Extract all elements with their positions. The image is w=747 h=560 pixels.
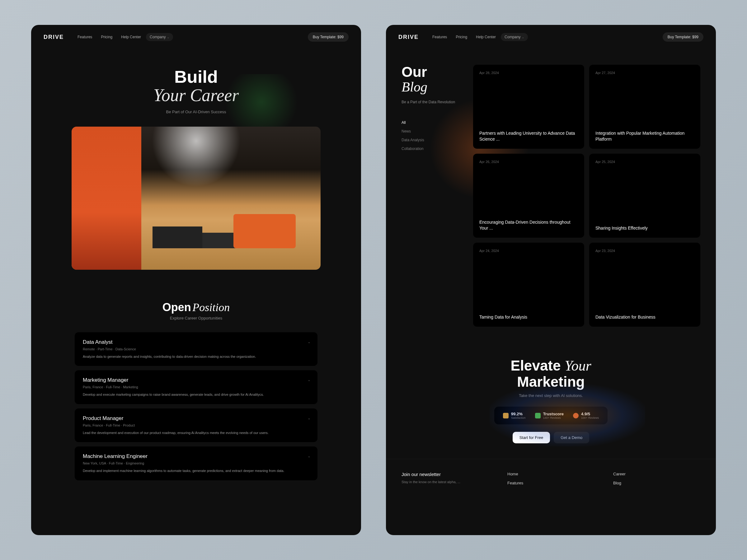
positions-heading-bold: Open [162, 301, 191, 314]
footer-link-career[interactable]: Career [613, 472, 700, 476]
hero-subtitle: Be Part of Our AI-Driven Success [44, 109, 349, 114]
footer-col-2: CareerBlog [613, 472, 700, 485]
card-title: Encouraging Data-Driven Decisions throug… [479, 219, 578, 232]
buy-template-button[interactable]: Buy Template: $99 [308, 32, 349, 42]
job-card[interactable]: Product Manager Paris, FranceFull-TimePr… [75, 408, 317, 443]
filter-all[interactable]: All [402, 121, 464, 125]
badge-value: 99.2% [511, 411, 526, 416]
filter-collaboration[interactable]: Collaboration [402, 146, 464, 151]
nav-links: Features Pricing Help Center Company⌄ [429, 33, 528, 41]
blog-page: DRIVE Features Pricing Help Center Compa… [386, 25, 716, 535]
brand-logo[interactable]: DRIVE [398, 34, 419, 41]
badge-icon [535, 413, 541, 419]
positions-sub: Explore Career Opportunities [31, 316, 361, 320]
card-title: Integration with Popular Marketing Autom… [595, 130, 694, 142]
nav-pricing[interactable]: Pricing [452, 33, 471, 41]
job-card[interactable]: Marketing Manager Paris, FranceFull-Time… [75, 370, 317, 404]
start-free-button[interactable]: Start for Free [513, 432, 550, 443]
nav-help[interactable]: Help Center [117, 33, 145, 41]
footer-link-features[interactable]: Features [507, 481, 594, 485]
top-nav: DRIVE Features Pricing Help Center Compa… [386, 25, 716, 49]
job-desc: Analyze data to generate reports and ins… [83, 354, 309, 359]
job-title: Product Manager [83, 415, 309, 422]
chevron-down-icon: ⌄ [308, 378, 311, 382]
footer-newsletter: Join our newsletter Stay in the know on … [402, 472, 489, 485]
cta-buttons: Start for Free Get a Demo [398, 432, 703, 443]
nav-links: Features Pricing Help Center Company⌄ [74, 33, 173, 41]
job-title: Machine Learning Engineer [83, 453, 309, 459]
blog-card[interactable]: Apr 26, 2024 Encouraging Data-Driven Dec… [473, 154, 584, 238]
blog-heading-1: Our [402, 65, 464, 79]
filter-data-analysis[interactable]: Data Analysis [402, 138, 464, 142]
job-desc: Develop and execute marketing campaigns … [83, 392, 309, 397]
cta-sub: Take the next step with AI solutions. [398, 393, 703, 398]
badge-icon [503, 413, 509, 419]
nav-pricing[interactable]: Pricing [97, 33, 116, 41]
badge-value: Trustscore [543, 411, 564, 416]
hero-title-2: Your Career [44, 86, 349, 105]
footer: Join our newsletter Stay in the know on … [386, 459, 716, 498]
job-desc: Lead the development and execution of ou… [83, 430, 309, 435]
card-title: Sharing Insights Effectively [595, 225, 694, 232]
blog-filters: AllNewsData AnalysisCollaboration [402, 121, 464, 151]
card-date: Apr 25, 2024 [595, 160, 694, 164]
hero-title-1: Build [44, 68, 349, 86]
newsletter-sub: Stay in the know on the latest alpha, ..… [402, 480, 489, 484]
card-title: Taming Data for Analysis [479, 314, 578, 320]
chevron-down-icon: ⌄ [167, 35, 169, 39]
jobs-list: Data Analyst RemotePart-TimeData-Science… [31, 323, 361, 499]
hero-section: Build Your Career Be Part of Our AI-Driv… [31, 49, 361, 279]
blog-card[interactable]: Apr 28, 2024 Partners with Leading Unive… [473, 65, 584, 149]
chevron-down-icon: ⌄ [308, 454, 311, 458]
job-title: Marketing Manager [83, 377, 309, 383]
blog-section: Our Blog Be a Part of the Data Revolutio… [386, 49, 716, 339]
badge-value: 4.9/5 [581, 411, 599, 416]
card-date: Apr 27, 2024 [595, 71, 694, 75]
trust-badge: 99.2% Satisfaction [503, 411, 526, 419]
job-title: Data Analyst [83, 339, 309, 345]
footer-link-home[interactable]: Home [507, 472, 594, 476]
footer-col-1: HomeFeatures [507, 472, 594, 485]
positions-heading: Open Position Explore Career Opportuniti… [31, 279, 361, 323]
job-desc: Develop and implement machine learning a… [83, 468, 309, 474]
card-date: Apr 24, 2024 [479, 249, 578, 252]
card-date: Apr 23, 2024 [595, 249, 694, 252]
job-meta: Paris, FranceFull-TimeProduct [83, 423, 309, 427]
blog-card[interactable]: Apr 25, 2024 Sharing Insights Effectivel… [589, 154, 700, 238]
get-demo-button[interactable]: Get a Demo [554, 432, 589, 443]
buy-template-button[interactable]: Buy Template: $99 [663, 32, 703, 42]
job-card[interactable]: Data Analyst RemotePart-TimeData-Science… [75, 332, 317, 366]
top-nav: DRIVE Features Pricing Help Center Compa… [31, 25, 361, 49]
cta-heading: Elevate Your Marketing [398, 358, 703, 390]
job-meta: New York, USAFull-TimeEngineering [83, 461, 309, 465]
careers-page: DRIVE Features Pricing Help Center Compa… [31, 25, 361, 535]
badge-icon [573, 413, 578, 419]
filter-news[interactable]: News [402, 129, 464, 133]
blog-card[interactable]: Apr 24, 2024 Taming Data for Analysis [473, 243, 584, 327]
job-meta: RemotePart-TimeData-Science [83, 347, 309, 351]
chevron-down-icon: ⌄ [308, 416, 311, 420]
badge-label: Satisfaction [511, 416, 526, 419]
blog-sidebar: Our Blog Be a Part of the Data Revolutio… [402, 65, 464, 327]
nav-company[interactable]: Company⌄ [501, 33, 528, 41]
blog-card[interactable]: Apr 27, 2024 Integration with Popular Ma… [589, 65, 700, 149]
card-title: Data Vizualization for Business [595, 314, 694, 320]
nav-features[interactable]: Features [429, 33, 451, 41]
blog-grid: Apr 28, 2024 Partners with Leading Unive… [473, 65, 700, 327]
nav-company[interactable]: Company⌄ [146, 33, 173, 41]
brand-logo[interactable]: DRIVE [44, 34, 64, 41]
chevron-down-icon: ⌄ [522, 35, 524, 39]
job-card[interactable]: Machine Learning Engineer New York, USAF… [75, 447, 317, 480]
trust-badges: 99.2% Satisfaction Trustscore 140+ Revie… [494, 407, 608, 424]
badge-label: 100+ Reviews [581, 416, 599, 419]
nav-features[interactable]: Features [74, 33, 96, 41]
blog-card[interactable]: Apr 23, 2024 Data Vizualization for Busi… [589, 243, 700, 327]
job-meta: Paris, FranceFull-TimeMarketing [83, 385, 309, 389]
footer-link-blog[interactable]: Blog [613, 481, 700, 485]
trust-badge: Trustscore 140+ Reviews [535, 411, 564, 419]
trust-badge: 4.9/5 100+ Reviews [573, 411, 599, 419]
nav-help[interactable]: Help Center [472, 33, 499, 41]
card-date: Apr 26, 2024 [479, 160, 578, 164]
badge-label: 140+ Reviews [543, 416, 564, 419]
blog-heading-2: Blog [402, 79, 464, 95]
